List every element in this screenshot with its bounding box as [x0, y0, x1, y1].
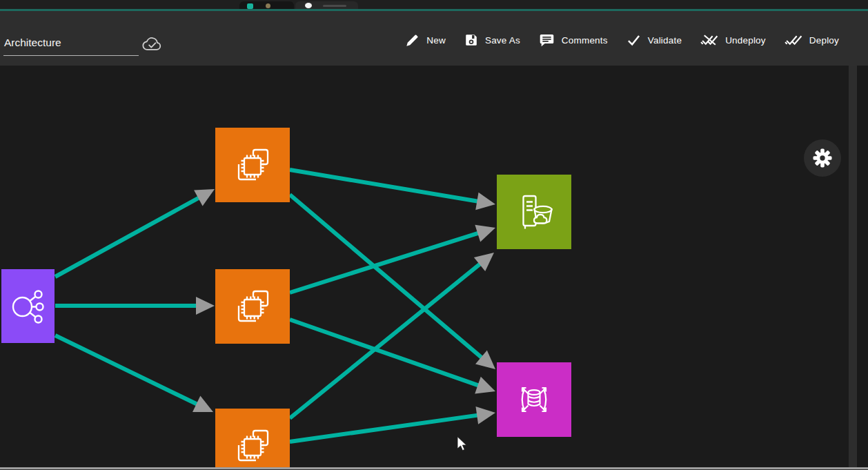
browser-tab[interactable] — [239, 1, 294, 9]
toolbar-button-deploy[interactable]: Deploy — [785, 33, 839, 47]
arrowhead — [475, 225, 495, 242]
arrowhead — [475, 193, 495, 210]
edge-load-balancer-to-compute-3[interactable] — [55, 335, 213, 412]
tab-favicon — [305, 3, 312, 8]
toolbar-button-comments[interactable]: Comments — [539, 33, 608, 48]
double-check-slash-icon — [700, 33, 718, 47]
canvas-settings-button[interactable] — [804, 139, 841, 177]
toolbar-button-new[interactable]: New — [405, 33, 446, 48]
node-database[interactable] — [497, 362, 571, 437]
tab-favicon — [266, 3, 270, 8]
edge-load-balancer-to-compute-2[interactable] — [55, 297, 215, 315]
node-compute-1[interactable] — [215, 128, 290, 202]
toolbar-button-save-as[interactable]: Save As — [464, 33, 520, 47]
edge-compute-3-to-database[interactable] — [290, 407, 495, 442]
toolbar-button-label: Save As — [485, 35, 520, 46]
node-storage[interactable] — [497, 175, 571, 249]
toolbar-button-label: Comments — [562, 35, 608, 46]
tab-title-placeholder — [323, 5, 346, 7]
toolbar-button-undeploy[interactable]: Undeploy — [700, 33, 766, 47]
double-check-icon — [785, 33, 802, 47]
floppy-icon — [464, 33, 478, 47]
pencil-icon — [405, 33, 420, 48]
browser-tab[interactable] — [295, 1, 358, 9]
edge-compute-3-to-storage[interactable] — [290, 253, 494, 418]
architecture-title-input[interactable]: Architecture — [3, 34, 139, 56]
toolbar-button-label: Deploy — [809, 35, 839, 46]
cloud-check-icon — [141, 36, 163, 52]
node-load-balancer[interactable] — [1, 269, 55, 343]
edge-compute-1-to-storage[interactable] — [290, 170, 495, 210]
toolbar-button-label: New — [426, 35, 446, 46]
edge-load-balancer-to-compute-1[interactable] — [55, 189, 215, 277]
top-bar: Architecture NewSave AsCommentsValidateU… — [0, 11, 868, 66]
horizontal-scrollbar[interactable] — [0, 467, 868, 470]
toolbar-button-validate[interactable]: Validate — [627, 33, 682, 48]
arrowhead — [475, 377, 495, 394]
arrowhead — [475, 407, 495, 424]
diagram-canvas[interactable] — [0, 66, 849, 467]
toolbar-button-label: Validate — [648, 35, 682, 46]
browser-tab-strip — [0, 0, 868, 9]
node-compute-2[interactable] — [215, 269, 290, 344]
right-gutter — [857, 66, 868, 467]
horizontal-scrollbar-thumb[interactable] — [0, 467, 868, 469]
diagram-svg[interactable] — [0, 66, 849, 467]
toolbar: NewSave AsCommentsValidateUndeployDeploy — [405, 30, 839, 50]
arrowhead — [196, 297, 215, 315]
edge-compute-2-to-database[interactable] — [290, 320, 495, 393]
node-compute-3[interactable] — [215, 409, 290, 467]
vertical-scrollbar[interactable] — [849, 66, 857, 467]
tab-logo-icon — [247, 3, 253, 9]
check-icon — [627, 33, 641, 48]
chat-icon — [539, 33, 555, 48]
toolbar-button-label: Undeploy — [725, 35, 766, 46]
gear-icon — [813, 148, 832, 168]
